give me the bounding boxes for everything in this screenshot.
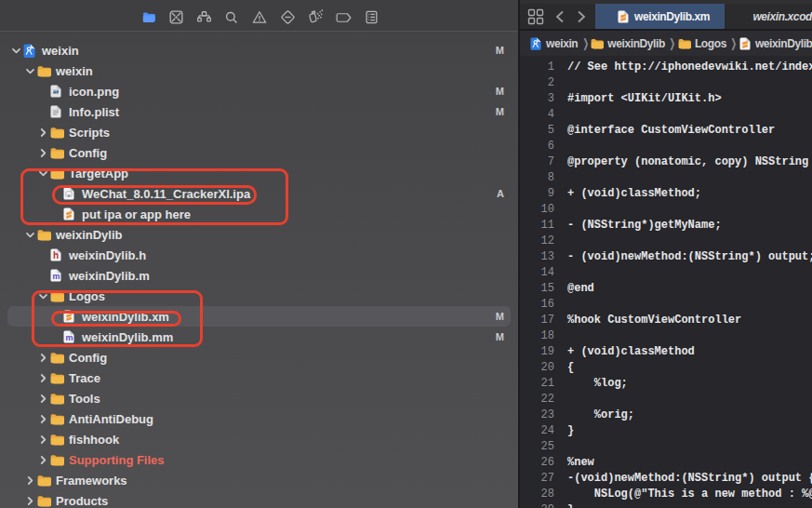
svg-text:h: h [53, 250, 59, 261]
svg-text:m: m [65, 333, 73, 342]
svg-text:m: m [52, 272, 60, 281]
